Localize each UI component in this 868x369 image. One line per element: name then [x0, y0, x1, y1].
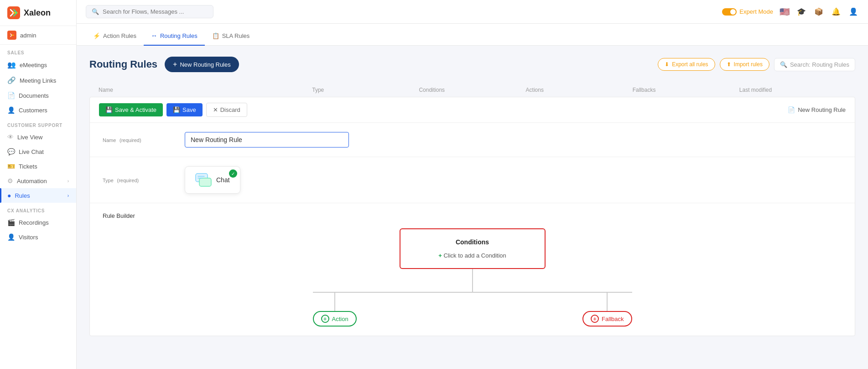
sidebar-item-visitors[interactable]: 👤 Visitors	[0, 230, 76, 244]
tab-action-rules[interactable]: ⚡ Action Rules	[86, 27, 144, 46]
name-input[interactable]	[185, 132, 349, 148]
svg-rect-3	[199, 178, 211, 186]
form-toolbar: 💾 Save & Activate 💾 Save ✕ Discard 📄 New…	[90, 97, 855, 123]
main-area: 🔍 Expert Mode 🇺🇸 🎓 📦 🔔 👤 ⚡ Action Rules …	[77, 0, 868, 369]
documents-label: Documents	[19, 92, 49, 99]
rules-icon: ●	[7, 192, 11, 199]
sidebar-item-rules[interactable]: ● Rules ›	[0, 188, 76, 203]
expert-mode-toggle-switch[interactable]	[722, 8, 737, 16]
customer-support-section-label: CUSTOMER SUPPORT	[0, 117, 76, 130]
conditions-box[interactable]: Conditions + Click to add a Condition	[400, 228, 546, 269]
active-indicator	[0, 188, 1, 203]
tab-routing-rules[interactable]: ↔ Routing Rules	[144, 26, 205, 46]
rules-chevron-icon: ›	[68, 193, 69, 198]
admin-label: admin	[20, 32, 36, 39]
admin-logo-icon	[7, 31, 16, 40]
tabs-bar: ⚡ Action Rules ↔ Routing Rules 📋 SLA Rul…	[77, 24, 868, 46]
sidebar-item-live-view[interactable]: 👁 Live View	[0, 130, 76, 144]
col-last-modified: Last modified	[739, 87, 846, 93]
logo: Xaleon	[0, 0, 76, 26]
logo-icon	[7, 6, 20, 19]
export-icon: ⬇	[665, 61, 669, 68]
topbar-search-container[interactable]: 🔍	[86, 5, 213, 18]
sla-rules-tab-label: SLA Rules	[222, 32, 250, 39]
user-avatar-icon[interactable]: 👤	[848, 6, 859, 17]
plus-icon: +	[173, 60, 177, 69]
col-fallbacks: Fallbacks	[633, 87, 739, 93]
chat-type-label: Chat	[216, 176, 230, 184]
logo-text: Xaleon	[24, 8, 51, 18]
new-routing-rules-button[interactable]: + New Routing Rules	[165, 57, 239, 72]
sidebar-admin[interactable]: admin	[0, 26, 76, 45]
documents-icon: 📄	[7, 92, 15, 99]
type-row: Type (required) Chat ✓	[90, 157, 855, 203]
add-condition-button[interactable]: + Click to add a Condition	[410, 252, 535, 259]
sidebar-item-tickets[interactable]: 🎫 Tickets	[0, 159, 76, 174]
tab-sla-rules[interactable]: 📋 SLA Rules	[205, 27, 257, 46]
type-label: Type (required)	[103, 177, 185, 184]
page-header-actions: ⬇ Export all rules ⬆ Import rules 🔍 Sear…	[658, 58, 855, 71]
discard-label: Discard	[220, 106, 240, 113]
table-header: Name Type Conditions Actions Fallbacks L…	[89, 83, 855, 97]
routing-rules-search[interactable]: 🔍 Search: Routing Rules	[774, 58, 855, 71]
col-type: Type	[312, 87, 419, 93]
content-area: Routing Rules + New Routing Rules ⬇ Expo…	[77, 46, 868, 369]
export-all-rules-button[interactable]: ⬇ Export all rules	[658, 58, 715, 71]
rules-label: Rules	[15, 192, 30, 199]
type-card-chat[interactable]: Chat ✓	[185, 166, 240, 194]
import-rules-button[interactable]: ⬆ Import rules	[720, 58, 769, 71]
col-actions: Actions	[526, 87, 633, 93]
flag-icon: 🇺🇸	[780, 7, 790, 17]
fallback-branch-line	[607, 293, 608, 311]
emeetings-label: eMeetings	[20, 62, 47, 69]
automation-chevron-icon: ›	[68, 179, 69, 184]
save-activate-label: Save & Activate	[115, 106, 156, 113]
type-label-text: Type	[103, 178, 114, 183]
branch-lines-container: + Action + Fallback	[313, 293, 632, 327]
type-required-text: (required)	[117, 178, 139, 183]
rule-builder-section: Rule Builder Conditions + Click to add a…	[90, 203, 855, 336]
breadcrumb-doc-icon: 📄	[788, 106, 795, 113]
cx-analytics-section-label: CX ANALYTICS	[0, 203, 76, 215]
chat-selected-check: ✓	[229, 169, 237, 178]
breadcrumb-text: New Routing Rule	[798, 106, 846, 113]
fallback-button[interactable]: + Fallback	[582, 311, 632, 327]
breadcrumb: 📄 New Routing Rule	[788, 106, 846, 113]
add-condition-label: Click to add a Condition	[443, 252, 506, 259]
add-condition-plus-icon: +	[438, 252, 442, 259]
name-row: Name (required)	[90, 123, 855, 157]
graduation-icon[interactable]: 🎓	[796, 6, 807, 17]
sidebar: Xaleon admin SALES 👥 eMeetings 🔗 Meeting…	[0, 0, 77, 369]
import-icon: ⬆	[727, 61, 731, 68]
sidebar-item-meeting-links[interactable]: 🔗 Meeting Links	[0, 73, 76, 88]
sidebar-item-customers[interactable]: 👤 Customers	[0, 103, 76, 117]
action-button[interactable]: + Action	[313, 311, 357, 327]
recordings-label: Recordings	[19, 219, 49, 226]
meeting-links-icon: 🔗	[7, 76, 16, 84]
rule-builder-label: Rule Builder	[103, 212, 842, 219]
sidebar-item-emeetings[interactable]: 👥 eMeetings	[0, 57, 76, 73]
box-icon[interactable]: 📦	[813, 6, 824, 17]
search-placeholder-text: Search: Routing Rules	[790, 61, 849, 68]
topbar-right: Expert Mode 🇺🇸 🎓 📦 🔔 👤	[722, 6, 859, 17]
save-activate-button[interactable]: 💾 Save & Activate	[99, 103, 163, 116]
sidebar-item-documents[interactable]: 📄 Documents	[0, 88, 76, 103]
automation-icon: ⚙	[7, 177, 13, 184]
sidebar-item-automation[interactable]: ⚙ Automation ›	[0, 174, 76, 188]
name-label-text: Name	[103, 137, 116, 143]
expert-mode-toggle[interactable]: Expert Mode	[722, 8, 773, 16]
save-button[interactable]: 💾 Save	[166, 103, 203, 116]
live-view-label: Live View	[17, 134, 42, 141]
sidebar-item-live-chat[interactable]: 💬 Live Chat	[0, 144, 76, 159]
page-title-row: Routing Rules + New Routing Rules	[89, 57, 239, 72]
bell-icon[interactable]: 🔔	[831, 6, 842, 17]
col-name: Name	[99, 87, 312, 93]
topbar-search-input[interactable]	[103, 8, 208, 15]
visitors-icon: 👤	[7, 233, 15, 241]
rule-builder-canvas: Conditions + Click to add a Condition	[103, 228, 842, 327]
discard-button[interactable]: ✕ Discard	[206, 103, 247, 117]
sidebar-item-recordings[interactable]: 🎬 Recordings	[0, 215, 76, 230]
visitors-label: Visitors	[19, 234, 38, 241]
new-button-label: New Routing Rules	[180, 61, 230, 68]
live-chat-icon: 💬	[7, 148, 15, 155]
